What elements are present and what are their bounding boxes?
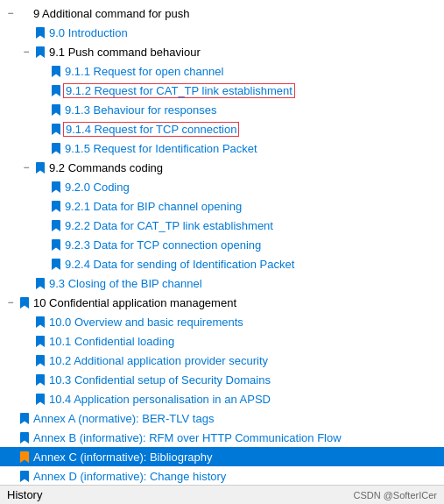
tree-item[interactable]: 9.1 Push command behaviour [0,42,444,61]
tree-item[interactable]: 9.1.4 Request for TCP connection [0,119,444,138]
item-label: 10.3 Confidential setup of Security Doma… [49,373,271,387]
leaf-spacer [35,257,49,271]
item-label: 10.1 Confidential loading [49,335,174,348]
item-label: 9.1 Push command behaviour [49,46,201,59]
bookmark-icon [33,25,47,39]
tree-item[interactable]: 9 Additional command for push [0,4,444,23]
leaf-spacer [35,218,49,232]
item-label: 9.0 Introduction [49,26,128,39]
collapse-icon[interactable] [19,45,33,59]
bookmark-icon [49,83,63,97]
collapse-icon[interactable] [19,160,33,174]
bookmark-icon [49,238,63,252]
leaf-spacer [4,411,18,425]
leaf-spacer [19,315,33,329]
tree-item[interactable]: Annex C (informative): Bibliography [0,447,444,466]
tree-item[interactable]: 9.2 Commands coding [0,158,444,177]
item-label: 10 Confidential application management [33,296,236,309]
leaf-spacer [19,392,33,406]
tree-item[interactable]: 10.0 Overview and basic requirements [0,312,444,331]
status-bar-left: History [7,488,42,501]
item-label: 9.3 Closing of the BIP channel [49,277,202,290]
leaf-spacer [4,430,18,444]
item-label: 10.0 Overview and basic requirements [49,316,243,329]
bookmark-icon [33,392,47,406]
tree-item[interactable]: Annex A (normative): BER-TLV tags [0,408,444,428]
item-label: 9 Additional command for push [33,7,190,20]
tree-item[interactable]: 9.2.1 Data for BIP channel opening [0,196,444,216]
tree-item[interactable]: 10.4 Application personalisation in an A… [0,389,444,408]
leaf-spacer [35,122,49,136]
item-label: Annex A (normative): BER-TLV tags [33,412,214,425]
item-label: 9.1.5 Request for Identification Packet [65,142,257,155]
leaf-spacer [19,334,33,348]
tree-item[interactable]: 9.1.3 Behaviour for responses [0,100,444,119]
item-label: 9.2.4 Data for sending of Identification… [65,258,294,271]
leaf-spacer [35,103,49,117]
tree-item[interactable]: 9.3 Closing of the BIP channel [0,273,444,293]
item-label: 9.1.4 Request for TCP connection [65,123,237,136]
bookmark-icon [18,411,32,425]
item-label: 10.4 Application personalisation in an A… [49,393,271,406]
tree-item[interactable]: 10.3 Confidential setup of Security Doma… [0,370,444,389]
tree-item[interactable]: 9.2.0 Coding [0,177,444,196]
item-label: 9.2.3 Data for TCP connection opening [65,238,261,252]
leaf-spacer [35,83,49,97]
item-label: 9.1.2 Request for CAT_TP link establishm… [65,84,293,97]
bookmark-icon [49,180,63,194]
bookmark-icon [18,469,32,483]
item-label: 9.1.3 Behaviour for responses [65,103,216,117]
leaf-spacer [19,353,33,367]
tree-item[interactable]: 10.2 Additional application provider sec… [0,351,444,370]
tree-item[interactable]: Annex D (informative): Change history [0,466,444,486]
bookmark-icon [33,160,47,174]
tree-item[interactable]: 9.1.2 Request for CAT_TP link establishm… [0,81,444,100]
item-label: 9.2 Commands coding [49,161,163,174]
leaf-spacer [35,238,49,252]
status-bar: History CSDN @SofterICer [0,485,444,504]
bookmark-icon [49,64,63,78]
item-label: 9.2.1 Data for BIP channel opening [65,200,242,213]
item-label: Annex D (informative): Change history [33,470,226,483]
tree-item[interactable]: 9.2.4 Data for sending of Identification… [0,254,444,273]
bookmark-icon [18,430,32,444]
status-bar-credit: CSDN @SofterICer [353,490,437,500]
bookmark-icon [49,103,63,117]
item-label: 9.1.1 Request for open channel [65,65,223,78]
item-label: 9.2.2 Data for CAT_TP link establishment [65,219,273,232]
bookmark-icon [33,353,47,367]
tree-item[interactable]: 10.1 Confidential loading [0,331,444,351]
tree-item[interactable]: Annex B (informative): RFM over HTTP Com… [0,428,444,447]
bookmark-icon [49,141,63,155]
leaf-spacer [4,450,18,464]
leaf-spacer [19,25,33,39]
item-label: 10.2 Additional application provider sec… [49,354,268,367]
tree-container[interactable]: 9 Additional command for push9.0 Introdu… [0,0,444,504]
bookmark-icon [33,276,47,290]
tree-item[interactable]: 9.1.1 Request for open channel [0,61,444,81]
leaf-spacer [35,199,49,213]
leaf-spacer [35,180,49,194]
item-label: 9.2.0 Coding [65,181,130,194]
history-tab[interactable]: History [7,488,42,501]
collapse-icon[interactable] [4,6,18,20]
bookmark-icon [33,373,47,387]
leaf-spacer [19,373,33,387]
item-label: Annex B (informative): RFM over HTTP Com… [33,431,342,444]
bookmark-icon [49,218,63,232]
collapse-icon[interactable] [4,295,18,309]
leaf-spacer [35,141,49,155]
tree-item[interactable]: 9.2.3 Data for TCP connection opening [0,235,444,254]
bookmark-icon [33,334,47,348]
tree-item[interactable]: 9.2.2 Data for CAT_TP link establishment [0,216,444,235]
tree-item[interactable]: 9.0 Introduction [0,23,444,42]
item-label: Annex C (informative): Bibliography [33,451,212,464]
bookmark-icon [18,450,32,464]
tree-item[interactable]: 9.1.5 Request for Identification Packet [0,138,444,158]
tree-item[interactable]: 10 Confidential application management [0,293,444,312]
bookmark-icon [49,122,63,136]
leaf-spacer [19,276,33,290]
bookmark-icon [33,45,47,59]
bookmark-icon [33,315,47,329]
leaf-spacer [35,64,49,78]
